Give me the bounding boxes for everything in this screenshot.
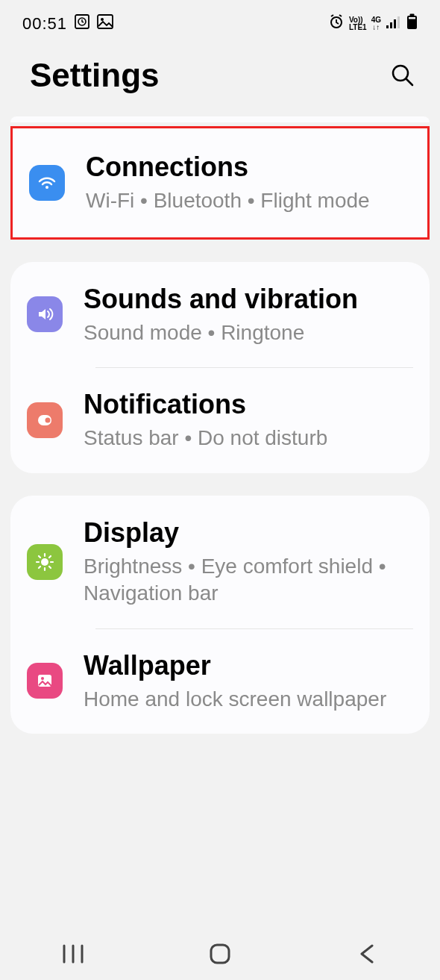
- brightness-icon: [27, 544, 63, 580]
- svg-point-15: [45, 417, 51, 422]
- nav-home-button[interactable]: [198, 939, 242, 969]
- nav-bar: [0, 928, 440, 980]
- svg-point-12: [393, 66, 408, 81]
- network-indicator: 4G ↓↑: [371, 16, 381, 31]
- settings-item-sounds[interactable]: Sounds and vibration Sound mode • Ringto…: [10, 262, 430, 368]
- svg-point-18: [41, 677, 44, 680]
- alarm-icon: [328, 13, 345, 34]
- settings-item-notifications[interactable]: Notifications Status bar • Do not distur…: [10, 367, 430, 473]
- settings-item-connections[interactable]: Connections Wi-Fi • Bluetooth • Flight m…: [13, 130, 427, 236]
- svg-point-13: [45, 186, 48, 189]
- settings-item-display[interactable]: Display Brightness • Eye comfort shield …: [10, 496, 430, 628]
- svg-rect-11: [409, 17, 415, 19]
- svg-point-16: [41, 558, 48, 566]
- card-top-sliver: [10, 116, 430, 122]
- search-icon: [389, 62, 416, 89]
- nav-recents-button[interactable]: [51, 939, 95, 969]
- status-time: 00:51: [22, 14, 67, 34]
- back-icon: [357, 943, 377, 965]
- svg-rect-10: [410, 14, 415, 16]
- settings-display-card: Display Brightness • Eye comfort shield …: [10, 496, 430, 734]
- item-text: Display Brightness • Eye comfort shield …: [78, 516, 413, 608]
- svg-point-3: [101, 18, 104, 21]
- svg-rect-8: [397, 16, 400, 28]
- status-left: 00:51: [22, 14, 113, 34]
- speaker-icon: [27, 296, 63, 332]
- recents-icon: [61, 944, 85, 964]
- item-title: Sounds and vibration: [84, 283, 413, 315]
- status-right: Vo)) LTE1 4G ↓↑: [328, 13, 418, 34]
- item-text: Sounds and vibration Sound mode • Ringto…: [78, 283, 413, 347]
- item-title: Notifications: [84, 388, 413, 420]
- wallpaper-icon: [27, 663, 63, 699]
- item-subtitle: Wi-Fi • Bluetooth • Flight mode: [86, 187, 411, 214]
- svg-rect-2: [98, 15, 113, 28]
- home-icon: [208, 942, 232, 966]
- battery-icon: [406, 13, 418, 34]
- item-subtitle: Status bar • Do not disturb: [84, 425, 413, 452]
- item-text: Notifications Status bar • Do not distur…: [78, 388, 413, 452]
- item-title: Display: [84, 516, 413, 549]
- settings-connections-card: Connections Wi-Fi • Bluetooth • Flight m…: [10, 126, 430, 240]
- image-app-icon: [97, 14, 113, 34]
- item-subtitle: Brightness • Eye comfort shield • Naviga…: [84, 553, 413, 608]
- settings-item-wallpaper[interactable]: Wallpaper Home and lock screen wallpaper: [10, 628, 430, 734]
- settings-sounds-card: Sounds and vibration Sound mode • Ringto…: [10, 262, 430, 473]
- volte-indicator: Vo)) LTE1: [349, 16, 367, 31]
- wifi-icon: [29, 165, 65, 201]
- item-subtitle: Home and lock screen wallpaper: [84, 686, 413, 713]
- item-title: Connections: [86, 151, 411, 183]
- item-text: Connections Wi-Fi • Bluetooth • Flight m…: [80, 151, 411, 215]
- svg-rect-7: [394, 19, 396, 28]
- signal-icon: [386, 14, 402, 34]
- status-bar: 00:51 Vo)) LTE1 4G ↓↑: [0, 0, 440, 42]
- nav-back-button[interactable]: [345, 939, 389, 969]
- search-button[interactable]: [388, 60, 418, 90]
- page-header: Settings: [0, 42, 440, 116]
- svg-rect-6: [390, 22, 392, 28]
- svg-rect-19: [211, 945, 229, 963]
- item-subtitle: Sound mode • Ringtone: [84, 319, 413, 346]
- svg-rect-5: [386, 25, 389, 28]
- item-title: Wallpaper: [84, 649, 413, 681]
- notification-icon: [27, 402, 63, 438]
- page-title: Settings: [30, 57, 160, 94]
- clock-app-icon: [75, 14, 89, 34]
- item-text: Wallpaper Home and lock screen wallpaper: [78, 649, 413, 714]
